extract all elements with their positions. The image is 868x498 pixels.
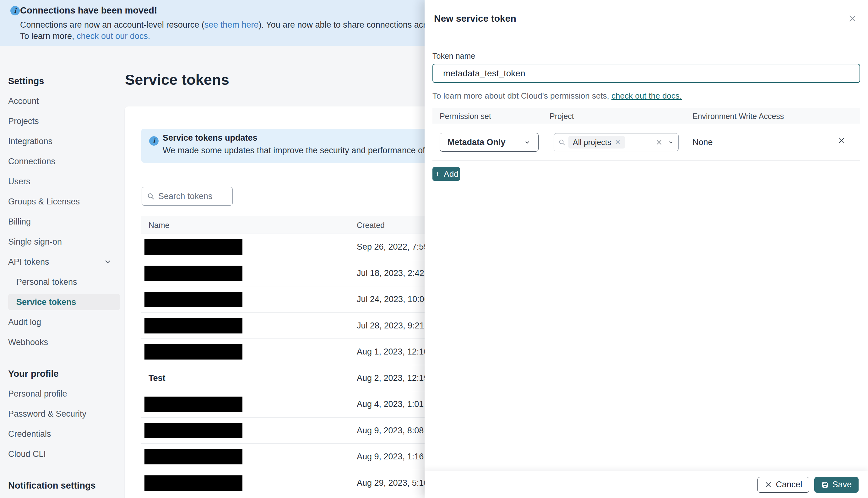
token-name-input[interactable]	[432, 64, 860, 83]
redacted-token-name	[144, 344, 242, 359]
all-projects-chip[interactable]: All projects ✕	[568, 136, 625, 148]
drawer-footer: Cancel Save	[424, 471, 868, 498]
cancel-button[interactable]: Cancel	[758, 477, 809, 493]
sidebar-heading-notification-settings: Notification settings	[8, 475, 120, 496]
close-icon	[838, 136, 846, 144]
search-icon	[558, 139, 565, 146]
close-icon	[765, 481, 772, 488]
new-service-token-drawer: New service token Token name To learn mo…	[424, 0, 868, 498]
redacted-token-name	[144, 292, 242, 307]
sidebar-heading-settings: Settings	[8, 71, 120, 91]
column-permission-set: Permission set	[440, 108, 491, 124]
sidebar-item-groups-licenses[interactable]: Groups & Licenses	[8, 192, 120, 212]
drawer-header: New service token	[424, 0, 868, 37]
sidebar-item-account[interactable]: Account	[8, 91, 120, 111]
updates-banner-title: Service tokens updates	[163, 133, 258, 143]
redacted-token-name	[144, 266, 242, 281]
chevron-down-icon[interactable]	[668, 139, 674, 145]
sidebar-item-password-security[interactable]: Password & Security	[8, 404, 120, 424]
close-icon[interactable]: ✕	[615, 139, 620, 146]
sidebar-item-connections[interactable]: Connections	[8, 151, 120, 171]
column-header-name: Name	[148, 217, 170, 234]
redacted-token-name	[144, 423, 242, 438]
sidebar-item-integrations[interactable]: Integrations	[8, 131, 120, 151]
sidebar-item-personal-tokens[interactable]: Personal tokens	[8, 272, 120, 292]
chevron-down-icon	[104, 258, 112, 266]
environment-write-access-value: None	[693, 124, 713, 161]
column-header-created: Created	[357, 217, 385, 234]
save-icon	[821, 481, 829, 488]
sidebar-item-credentials[interactable]: Credentials	[8, 424, 120, 444]
redacted-token-name	[144, 396, 242, 412]
info-icon: i	[10, 6, 20, 15]
sidebar-item-projects[interactable]: Projects	[8, 111, 120, 131]
column-project: Project	[550, 108, 574, 124]
clear-projects-button[interactable]	[654, 137, 665, 148]
sidebar-heading-your-profile: Your profile	[8, 364, 120, 384]
chevron-down-icon	[524, 139, 531, 146]
plus-icon	[434, 170, 441, 178]
settings-sidebar: Settings Account Projects Integrations C…	[8, 71, 120, 496]
sidebar-item-service-tokens[interactable]: Service tokens	[8, 294, 120, 310]
drawer-title: New service token	[434, 13, 516, 24]
close-drawer-button[interactable]	[846, 12, 858, 25]
permission-table-header: Permission set Project Environment Write…	[432, 108, 860, 124]
sidebar-item-api-tokens[interactable]: API tokens	[8, 252, 120, 272]
close-icon	[848, 14, 857, 23]
search-tokens-box[interactable]	[142, 187, 233, 206]
check-out-the-docs-link[interactable]: check out the docs.	[611, 91, 682, 101]
project-multiselect[interactable]: All projects ✕	[554, 133, 679, 151]
see-them-here-link[interactable]: see them here	[205, 20, 259, 29]
sidebar-item-personal-profile[interactable]: Personal profile	[8, 384, 120, 404]
save-button[interactable]: Save	[814, 477, 858, 493]
drawer-body: Token name To learn more about dbt Cloud…	[424, 52, 868, 181]
column-environment-write-access: Environment Write Access	[693, 108, 784, 124]
check-our-docs-link[interactable]: check out our docs.	[77, 31, 150, 41]
sidebar-item-users[interactable]: Users	[8, 171, 120, 192]
sidebar-item-billing[interactable]: Billing	[8, 212, 120, 232]
token-name-label: Token name	[432, 52, 860, 61]
sidebar-item-single-sign-on[interactable]: Single sign-on	[8, 232, 120, 252]
banner-body-line2: To learn more, check out our docs.	[20, 31, 150, 41]
sidebar-item-webhooks[interactable]: Webhooks	[8, 332, 120, 352]
close-icon	[655, 139, 662, 146]
remove-permission-row-button[interactable]	[836, 134, 847, 146]
banner-title: Connections have been moved!	[20, 5, 157, 16]
redacted-token-name	[144, 449, 242, 464]
page-title: Service tokens	[125, 71, 229, 88]
token-name: Test	[148, 365, 166, 391]
permission-row: Metadata Only All projects ✕	[432, 124, 860, 161]
redacted-token-name	[144, 318, 242, 333]
add-permission-button[interactable]: Add	[432, 167, 460, 181]
info-icon: i	[149, 136, 159, 146]
sidebar-item-audit-log[interactable]: Audit log	[8, 312, 120, 332]
redacted-token-name	[144, 475, 242, 491]
permission-set-select[interactable]: Metadata Only	[440, 133, 539, 152]
redacted-token-name	[144, 239, 242, 255]
search-icon	[147, 193, 155, 200]
sidebar-item-cloud-cli[interactable]: Cloud CLI	[8, 444, 120, 464]
search-input[interactable]	[158, 192, 224, 201]
permission-helper-text: To learn more about dbt Cloud's permissi…	[432, 91, 860, 101]
